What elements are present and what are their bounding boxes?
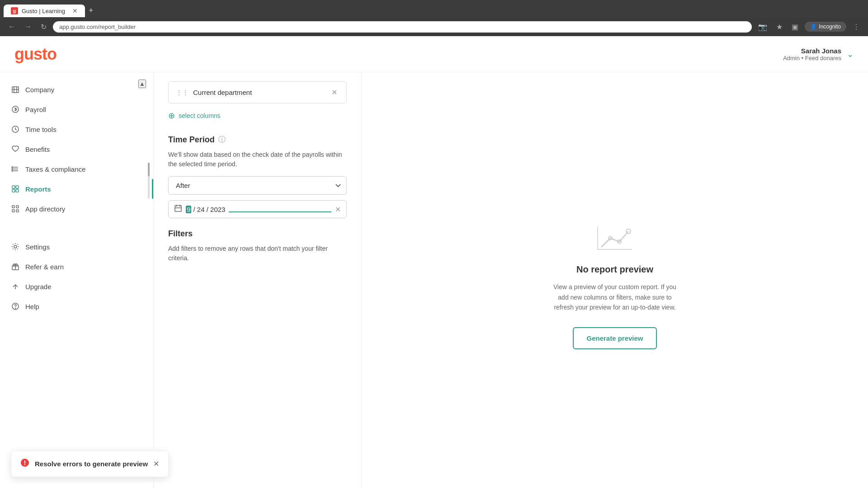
- sidebar-item-refer[interactable]: Refer & earn: [0, 257, 153, 277]
- tab-favicon: g: [11, 7, 18, 14]
- filters-description: Add filters to remove any rows that don'…: [168, 244, 347, 263]
- sidebar-label-benefits: Benefits: [25, 145, 50, 153]
- app-header: gusto Sarah Jonas Admin • Feed donares ⌄: [0, 36, 868, 72]
- list-icon: [11, 164, 20, 174]
- sidebar-item-payroll[interactable]: Payroll: [0, 99, 153, 119]
- remove-column-button[interactable]: ✕: [330, 87, 339, 98]
- bookmark-button[interactable]: ★: [774, 21, 785, 33]
- date-display: 9 / 24 / 2023: [186, 206, 225, 213]
- sidebar-label-help: Help: [25, 303, 39, 310]
- svg-rect-13: [12, 186, 15, 188]
- sidebar-label-payroll: Payroll: [25, 106, 46, 113]
- date-month: 9: [186, 206, 191, 213]
- window-button[interactable]: ▣: [789, 21, 801, 33]
- gusto-logo: gusto: [14, 45, 57, 64]
- sidebar-label-time-tools: Time tools: [25, 126, 57, 133]
- select-columns-label: select columns: [179, 112, 221, 119]
- error-message: Resolve errors to generate preview: [35, 460, 148, 468]
- sidebar-item-reports[interactable]: Reports: [0, 179, 153, 199]
- tab-title: Gusto | Learning: [22, 8, 65, 14]
- time-period-title: Time Period: [168, 135, 215, 145]
- report-panel: ⋮⋮ Current department ✕ ⊕ select columns…: [154, 72, 362, 488]
- sidebar-item-help[interactable]: Help: [0, 296, 153, 316]
- time-period-select[interactable]: After Before Between Custom: [168, 176, 347, 195]
- sidebar-label-reports: Reports: [25, 185, 51, 193]
- filters-section: Filters Add filters to remove any rows t…: [168, 229, 347, 263]
- svg-point-21: [14, 245, 17, 248]
- sidebar-scroll-track[interactable]: [148, 163, 150, 199]
- forward-button[interactable]: →: [22, 21, 34, 33]
- sidebar-item-upgrade[interactable]: Upgrade: [0, 277, 153, 296]
- svg-point-39: [24, 464, 25, 465]
- building-icon: [11, 85, 20, 94]
- browser-actions: 📷 ★ ▣ 👤 Incognito ⋮: [755, 21, 863, 33]
- svg-rect-20: [16, 210, 19, 212]
- heart-icon: [11, 145, 20, 154]
- sidebar-scroll-thumb[interactable]: [148, 163, 150, 176]
- help-icon: [11, 302, 20, 311]
- date-clear-button[interactable]: ✕: [335, 205, 341, 214]
- no-preview-description: View a preview of your custom report. If…: [552, 282, 678, 312]
- svg-point-12: [12, 170, 13, 171]
- address-bar[interactable]: app.gusto.com/report_builder: [53, 21, 752, 33]
- svg-rect-14: [16, 186, 19, 188]
- plus-circle-icon: ⊕: [168, 111, 175, 121]
- sidebar-label-company: Company: [25, 86, 54, 94]
- app-container: ▲ Company Payroll: [0, 72, 868, 488]
- reload-button[interactable]: ↻: [38, 21, 49, 33]
- svg-point-11: [12, 169, 13, 169]
- filters-header: Filters: [168, 229, 347, 239]
- calendar-icon: [174, 204, 182, 214]
- svg-point-10: [12, 167, 13, 168]
- generate-preview-button[interactable]: Generate preview: [573, 327, 656, 349]
- select-columns-button[interactable]: ⊕ select columns: [168, 107, 221, 124]
- svg-rect-28: [175, 206, 181, 211]
- sidebar-item-company[interactable]: Company: [0, 80, 153, 99]
- error-close-button[interactable]: ✕: [153, 460, 159, 468]
- active-browser-tab[interactable]: g Gusto | Learning ✕: [4, 5, 85, 17]
- menu-button[interactable]: ⋮: [850, 21, 863, 33]
- filters-title: Filters: [168, 229, 193, 239]
- sidebar-item-settings[interactable]: Settings: [0, 237, 153, 257]
- incognito-button[interactable]: 👤 Incognito: [805, 22, 846, 32]
- extensions-button[interactable]: 📷: [755, 21, 770, 33]
- preview-panel: No report preview View a preview of your…: [362, 72, 868, 488]
- tab-close-button[interactable]: ✕: [72, 7, 78, 14]
- gear-icon: [11, 242, 20, 251]
- time-period-header: Time Period ⓘ: [168, 135, 347, 145]
- error-icon: [20, 458, 29, 469]
- svg-rect-17: [12, 206, 14, 208]
- user-name: Sarah Jonas: [783, 47, 841, 55]
- sidebar-item-time-tools[interactable]: Time tools: [0, 119, 153, 139]
- new-tab-button[interactable]: +: [85, 4, 97, 17]
- time-period-info-icon[interactable]: ⓘ: [218, 135, 226, 145]
- apps-icon: [11, 204, 20, 213]
- browser-tab-bar: g Gusto | Learning ✕ +: [0, 0, 868, 17]
- sidebar-label-upgrade: Upgrade: [25, 283, 52, 291]
- back-button[interactable]: ←: [5, 21, 18, 33]
- chart-preview-icon: [597, 225, 633, 253]
- header-right: Sarah Jonas Admin • Feed donares ⌄: [783, 47, 854, 61]
- main-content: ⋮⋮ Current department ✕ ⊕ select columns…: [154, 72, 868, 488]
- grid-icon: [11, 184, 20, 193]
- sidebar-item-app-directory[interactable]: App directory: [0, 199, 153, 219]
- user-menu-chevron[interactable]: ⌄: [847, 49, 854, 59]
- svg-rect-18: [16, 206, 19, 208]
- sidebar: ▲ Company Payroll: [0, 72, 154, 488]
- time-period-description: We'll show data based on the check date …: [168, 150, 347, 169]
- svg-point-27: [15, 308, 16, 309]
- no-preview-title: No report preview: [576, 264, 653, 275]
- svg-rect-16: [16, 189, 19, 192]
- column-item-current-department: ⋮⋮ Current department ✕: [168, 81, 347, 103]
- sidebar-item-taxes[interactable]: Taxes & compliance: [0, 159, 153, 179]
- drag-handle-icon[interactable]: ⋮⋮: [176, 89, 189, 96]
- sidebar-label-app-directory: App directory: [25, 205, 65, 213]
- dollar-icon: [11, 105, 20, 114]
- date-input-wrapper[interactable]: 9 / 24 / 2023 ✕: [168, 200, 347, 218]
- sidebar-item-benefits[interactable]: Benefits: [0, 139, 153, 159]
- user-info: Sarah Jonas Admin • Feed donares: [783, 47, 841, 61]
- svg-rect-15: [12, 189, 15, 192]
- svg-rect-19: [12, 210, 14, 212]
- clock-icon: [11, 125, 20, 134]
- sidebar-label-taxes: Taxes & compliance: [25, 165, 85, 173]
